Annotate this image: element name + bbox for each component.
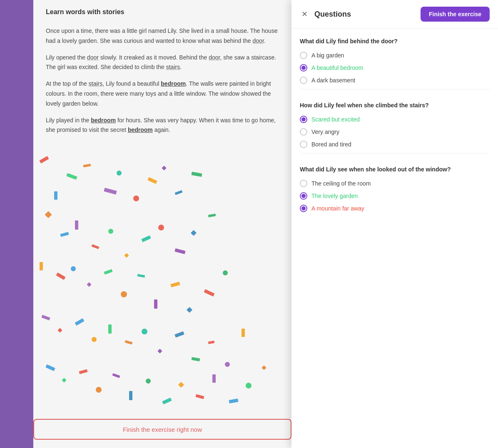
radio-q2a xyxy=(300,116,307,123)
option-label-q3c: A mountain far away xyxy=(311,205,364,212)
question-text-3: What did Lily see when she looked out of… xyxy=(300,165,490,174)
questions-area: What did Lily find behind the door?A big… xyxy=(291,29,498,448)
radio-q1a xyxy=(300,52,307,59)
story-paragraph-3: At the top of the stairs, Lily found a b… xyxy=(46,79,279,109)
story-paragraph-4: Lily played in the bedroom for hours. Sh… xyxy=(46,116,279,136)
option-label-q3a: The ceiling of the room xyxy=(311,180,371,187)
radio-q1c xyxy=(300,77,307,84)
radio-q1b xyxy=(300,64,307,72)
sidebar xyxy=(0,0,33,448)
option-q3-2[interactable]: A mountain far away xyxy=(300,205,490,212)
question-block-2: How did Lily feel when she climbed the s… xyxy=(300,101,490,153)
radio-q3c xyxy=(300,205,307,212)
story-word-door-3: door xyxy=(209,54,220,61)
story-word-door-2: door xyxy=(87,54,99,61)
question-divider-2 xyxy=(300,153,490,153)
questions-modal: ✕ Questions Finish the exercise What did… xyxy=(291,0,498,448)
question-text-2: How did Lily feel when she climbed the s… xyxy=(300,101,490,110)
story-word-stairs-2: stairs xyxy=(89,80,102,87)
story-paragraph-2: Lily opened the door slowly. It creaked … xyxy=(46,53,279,73)
story-word-bedroom-3: bedroom xyxy=(128,126,153,133)
question-divider-1 xyxy=(300,89,490,89)
option-q3-1[interactable]: The lovely garden xyxy=(300,192,490,200)
radio-q2c xyxy=(300,141,307,148)
radio-q3b xyxy=(300,192,307,200)
story-content-panel: Learn words with stories Once upon a tim… xyxy=(33,0,291,448)
finish-exercise-bottom-bar[interactable]: Finish the exercise right now xyxy=(33,419,291,440)
story-word-door-1: door xyxy=(253,37,264,44)
option-q2-0[interactable]: Scared but excited xyxy=(300,116,490,123)
option-label-q1c: A dark basement xyxy=(311,77,355,84)
option-q1-1[interactable]: A beautiful bedroom xyxy=(300,64,490,72)
option-label-q2a: Scared but excited xyxy=(311,116,360,123)
option-label-q2b: Very angry xyxy=(311,129,339,135)
modal-title: Questions xyxy=(314,10,351,19)
close-icon: ✕ xyxy=(301,10,308,19)
story-word-stairs-1: stairs xyxy=(166,64,180,70)
finish-exercise-bottom-text: Finish the exercise right now xyxy=(123,426,202,433)
modal-header: ✕ Questions Finish the exercise xyxy=(291,0,498,29)
option-q1-2[interactable]: A dark basement xyxy=(300,77,490,84)
modal-header-left: ✕ Questions xyxy=(300,8,351,20)
option-q2-2[interactable]: Bored and tired xyxy=(300,141,490,148)
close-button[interactable]: ✕ xyxy=(300,8,309,20)
question-block-3: What did Lily see when she looked out of… xyxy=(300,165,490,212)
story-word-bedroom-1: bedroom xyxy=(161,80,186,87)
question-block-1: What did Lily find behind the door?A big… xyxy=(300,37,490,89)
option-label-q3b: The lovely garden xyxy=(311,193,358,199)
option-q2-1[interactable]: Very angry xyxy=(300,128,490,136)
option-q3-0[interactable]: The ceiling of the room xyxy=(300,180,490,187)
finish-exercise-button[interactable]: Finish the exercise xyxy=(421,7,490,22)
option-label-q2c: Bored and tired xyxy=(311,141,351,148)
option-label-q1a: A big garden xyxy=(311,52,344,59)
option-label-q1b: A beautiful bedroom xyxy=(311,64,364,71)
option-q1-0[interactable]: A big garden xyxy=(300,52,490,59)
story-word-bedroom-2: bedroom xyxy=(91,117,116,124)
radio-q3a xyxy=(300,180,307,187)
question-text-1: What did Lily find behind the door? xyxy=(300,37,490,46)
story-paragraph-1: Once upon a time, there was a little gir… xyxy=(46,26,279,46)
story-title: Learn words with stories xyxy=(46,8,279,16)
radio-q2b xyxy=(300,128,307,136)
